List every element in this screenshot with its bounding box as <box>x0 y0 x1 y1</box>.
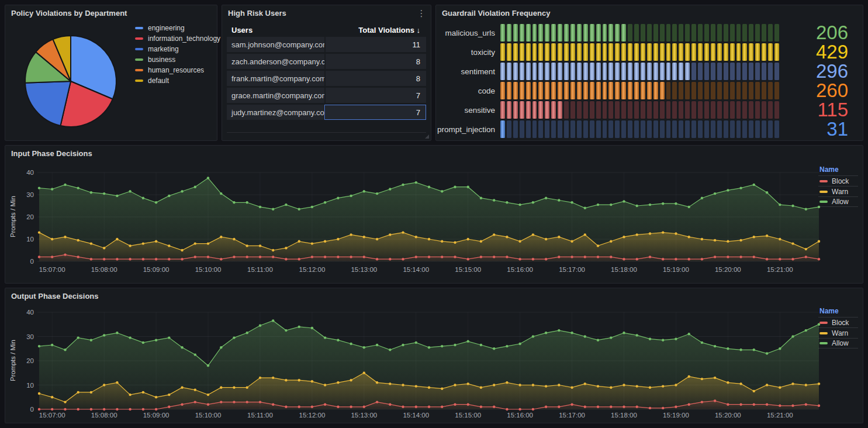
data-point-warn[interactable] <box>662 231 664 233</box>
data-point-warn[interactable] <box>363 372 365 374</box>
data-point-block[interactable] <box>701 258 703 260</box>
data-point-warn[interactable] <box>51 238 53 240</box>
data-point-allow[interactable] <box>38 187 40 189</box>
data-point-warn[interactable] <box>402 231 404 233</box>
data-point-block[interactable] <box>506 408 508 410</box>
data-point-block[interactable] <box>415 406 417 408</box>
data-point-allow[interactable] <box>207 177 209 179</box>
data-point-block[interactable] <box>337 406 339 408</box>
data-point-warn[interactable] <box>220 236 222 238</box>
data-point-warn[interactable] <box>129 244 131 247</box>
data-point-allow[interactable] <box>402 184 404 186</box>
data-point-warn[interactable] <box>545 238 547 240</box>
table-cell-violations[interactable]: 11 <box>324 37 426 52</box>
data-point-block[interactable] <box>116 408 118 410</box>
data-point-warn[interactable] <box>233 238 235 240</box>
data-point-warn[interactable] <box>337 238 339 240</box>
data-point-block[interactable] <box>168 406 170 408</box>
legend-item-marketing[interactable]: marketing <box>135 44 220 54</box>
data-point-allow[interactable] <box>233 336 235 339</box>
table-row[interactable]: sam.johnson@company.com11 <box>227 37 426 52</box>
data-point-warn[interactable] <box>518 384 521 386</box>
data-point-allow[interactable] <box>623 332 625 334</box>
data-point-block[interactable] <box>64 408 66 410</box>
data-point-block[interactable] <box>415 256 417 258</box>
table-cell-user[interactable]: zach.anderson@company.c... <box>227 54 324 69</box>
data-point-block[interactable] <box>506 256 508 258</box>
data-point-block[interactable] <box>518 408 521 410</box>
data-point-block[interactable] <box>90 258 92 260</box>
data-point-block[interactable] <box>38 408 40 410</box>
data-point-block[interactable] <box>259 401 261 403</box>
data-point-allow[interactable] <box>791 205 794 207</box>
data-point-warn[interactable] <box>597 385 599 387</box>
data-point-allow[interactable] <box>636 334 638 336</box>
data-point-allow[interactable] <box>532 201 534 203</box>
data-point-allow[interactable] <box>493 199 495 201</box>
data-point-allow[interactable] <box>727 347 729 350</box>
data-point-warn[interactable] <box>441 240 443 243</box>
data-point-allow[interactable] <box>532 335 534 337</box>
panel-title[interactable]: Guardrail Violation Frequency <box>442 9 550 18</box>
data-point-allow[interactable] <box>428 346 430 348</box>
data-point-warn[interactable] <box>389 233 391 236</box>
data-point-allow[interactable] <box>584 207 586 209</box>
data-point-block[interactable] <box>389 403 391 406</box>
data-point-warn[interactable] <box>38 392 40 395</box>
data-point-warn[interactable] <box>415 236 417 238</box>
data-point-warn[interactable] <box>688 236 690 238</box>
data-point-block[interactable] <box>584 256 586 258</box>
data-point-block[interactable] <box>116 258 118 260</box>
data-point-allow[interactable] <box>389 348 391 351</box>
data-point-block[interactable] <box>220 401 222 403</box>
data-point-block[interactable] <box>454 403 456 406</box>
table-cell-user[interactable]: judy.martinez@company.com <box>227 105 324 120</box>
data-point-allow[interactable] <box>272 319 274 322</box>
data-point-allow[interactable] <box>649 338 651 340</box>
data-point-block[interactable] <box>155 408 157 410</box>
data-point-warn[interactable] <box>649 386 651 389</box>
data-point-block[interactable] <box>376 401 378 403</box>
data-point-block[interactable] <box>636 258 638 260</box>
data-point-allow[interactable] <box>415 181 417 184</box>
data-point-block[interactable] <box>51 408 53 410</box>
data-point-block[interactable] <box>428 256 430 258</box>
data-point-block[interactable] <box>753 403 755 406</box>
data-point-warn[interactable] <box>168 244 170 247</box>
data-point-allow[interactable] <box>597 339 599 341</box>
data-point-allow[interactable] <box>259 206 261 208</box>
data-point-warn[interactable] <box>739 239 742 241</box>
data-point-allow[interactable] <box>779 203 781 206</box>
data-point-warn[interactable] <box>402 384 404 386</box>
table-row[interactable]: frank.martin@company.com8 <box>227 71 426 86</box>
data-point-warn[interactable] <box>207 242 209 244</box>
data-point-warn[interactable] <box>766 384 768 386</box>
data-point-allow[interactable] <box>350 343 352 345</box>
data-point-allow[interactable] <box>181 190 183 192</box>
table-cell-violations[interactable]: 8 <box>324 71 426 86</box>
data-point-allow[interactable] <box>363 190 365 192</box>
data-point-block[interactable] <box>779 405 781 407</box>
data-point-warn[interactable] <box>64 401 66 403</box>
data-point-allow[interactable] <box>467 186 469 188</box>
data-point-block[interactable] <box>285 406 287 408</box>
data-point-allow[interactable] <box>558 329 560 332</box>
data-point-allow[interactable] <box>402 344 404 346</box>
data-point-allow[interactable] <box>766 352 768 354</box>
data-point-allow[interactable] <box>90 191 92 194</box>
data-point-warn[interactable] <box>103 247 105 249</box>
data-point-block[interactable] <box>532 258 534 260</box>
data-point-block[interactable] <box>467 258 469 260</box>
data-point-warn[interactable] <box>701 378 703 380</box>
data-point-block[interactable] <box>649 256 651 258</box>
data-point-warn[interactable] <box>727 381 729 384</box>
data-point-allow[interactable] <box>142 341 144 344</box>
data-point-allow[interactable] <box>181 346 183 348</box>
data-point-warn[interactable] <box>428 238 430 240</box>
data-point-warn[interactable] <box>506 236 508 238</box>
data-point-block[interactable] <box>467 403 469 406</box>
data-point-warn[interactable] <box>558 384 560 386</box>
data-point-allow[interactable] <box>77 336 79 339</box>
data-point-warn[interactable] <box>493 233 495 236</box>
data-point-block[interactable] <box>584 406 586 408</box>
